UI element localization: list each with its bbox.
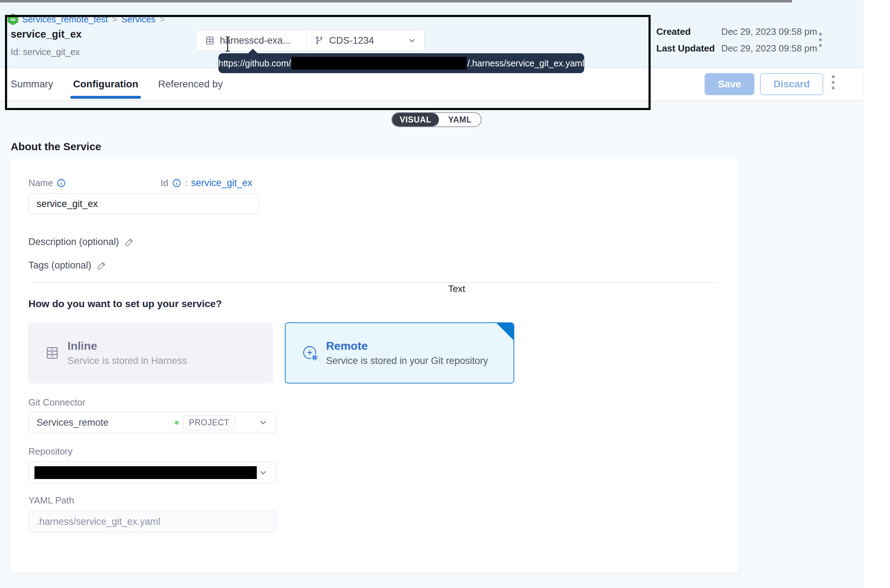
repository-select[interactable] (29, 462, 276, 484)
name-label: Name (29, 177, 66, 189)
info-icon[interactable] (172, 178, 182, 188)
setup-question: How do you want to set up your service? (29, 298, 222, 310)
inline-card-description: Service is stored in Harness (68, 356, 187, 366)
last-updated-label: Last Updated (656, 43, 715, 54)
visual-yaml-toggle: VISUAL YAML (392, 112, 482, 127)
chevron-down-icon (407, 36, 417, 45)
scope-badge: PROJECT (183, 415, 236, 430)
inline-storage-icon (45, 345, 60, 360)
id-separator: : (185, 177, 188, 189)
breadcrumb: Services_remote_test > Services > (22, 14, 165, 24)
id-label: Id (161, 177, 168, 189)
remote-card-title: Remote (326, 339, 488, 352)
url-suffix: /.harness/service_git_ex.yaml (467, 58, 584, 69)
edit-pencil-icon[interactable] (125, 237, 134, 247)
last-updated-value: Dec 29, 2023 09:58 pm (721, 43, 817, 54)
repository-icon (205, 36, 215, 45)
remote-option-card[interactable]: Remote Service is stored in your Git rep… (285, 322, 514, 384)
tab-referenced-by[interactable]: Referenced by (158, 68, 223, 100)
section-title: About the Service (11, 141, 101, 153)
created-label: Created (656, 26, 715, 37)
inline-card-title: Inline (68, 339, 187, 352)
created-value: Dec 29, 2023 09:58 pm (721, 26, 817, 37)
tab-list: Summary Configuration Referenced by (11, 68, 223, 100)
git-connector-label: Git Connector (29, 397, 85, 408)
service-meta: Created Dec 29, 2023 09:58 pm Last Updat… (656, 26, 817, 54)
yaml-path-label: YAML Path (29, 495, 74, 506)
info-icon[interactable] (57, 178, 66, 188)
description-label-row: Description (optional) (29, 237, 134, 248)
git-connector-select[interactable]: Services_remote PROJECT (29, 412, 276, 433)
git-connector-value: Services_remote (37, 417, 109, 428)
breadcrumb-project-link[interactable]: Services_remote_test (22, 14, 108, 24)
yaml-path-input[interactable] (29, 511, 276, 532)
breadcrumb-separator: > (160, 15, 165, 24)
name-input[interactable] (29, 194, 258, 214)
edit-pencil-icon[interactable] (97, 261, 107, 270)
chevron-down-icon (258, 418, 268, 428)
repo-segment[interactable]: harnesscd-exa... (197, 30, 306, 51)
git-url-tooltip: https://github.com/ /.harness/service_gi… (218, 53, 584, 73)
id-value-link[interactable]: service_git_ex (191, 177, 252, 189)
redacted-url-segment (291, 57, 466, 70)
redacted-repository-value (35, 466, 257, 479)
tab-configuration[interactable]: Configuration (73, 68, 138, 100)
discard-button[interactable]: Discard (760, 73, 823, 95)
remote-card-description: Service is stored in your Git repository (326, 356, 488, 366)
selected-corner-badge (496, 322, 514, 341)
header-more-options-button[interactable] (819, 33, 822, 47)
tooltip-arrow (248, 49, 258, 54)
git-branch-icon (314, 36, 324, 45)
id-row: Id : service_git_ex (161, 177, 252, 189)
service-id-text: Id: service_git_ex (11, 47, 80, 57)
save-button[interactable]: Save (705, 73, 754, 95)
right-gutter (863, 0, 890, 588)
window-top-strip (0, 0, 792, 3)
repository-label: Repository (29, 446, 72, 457)
toggle-yaml[interactable]: YAML (439, 113, 481, 126)
branch-segment[interactable]: CDS-1234 (306, 35, 424, 46)
connector-status-dot (175, 421, 179, 424)
toggle-visual[interactable]: VISUAL (392, 113, 439, 126)
tab-summary[interactable]: Summary (11, 68, 53, 100)
url-prefix: https://github.com/ (218, 58, 291, 69)
chevron-down-icon (258, 468, 268, 478)
toolbar-more-options-button[interactable] (832, 75, 834, 90)
tags-label-row: Tags (optional) (29, 260, 107, 271)
remote-storage-icon (301, 344, 320, 362)
floating-tooltip-text: Text (448, 284, 465, 294)
page-title: service_git_ex (11, 28, 82, 40)
inline-option-card[interactable]: Inline Service is stored in Harness (28, 322, 273, 384)
divider (31, 282, 717, 283)
text-cursor (225, 35, 231, 53)
branch-name: CDS-1234 (329, 35, 374, 46)
active-tab-indicator (70, 96, 141, 99)
breadcrumb-services-link[interactable]: Services (122, 14, 156, 24)
breadcrumb-separator: > (112, 15, 117, 24)
